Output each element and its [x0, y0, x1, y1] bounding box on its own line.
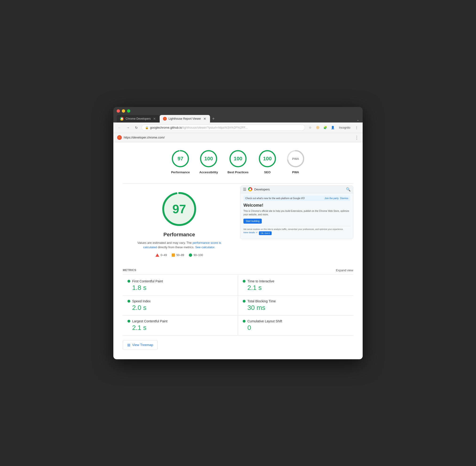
tab-lighthouse-viewer-close[interactable]: ✕ [203, 117, 207, 121]
address-bar[interactable]: 🔒 googlechrome.github.io/lighthouse/view… [142, 124, 305, 131]
refresh-button[interactable]: ↻ [133, 124, 140, 131]
screenshot-panel: ☰ Developers 🔍 Check out what's new for … [240, 186, 353, 239]
screenshot-ok-btn[interactable]: Ok, Got it [259, 231, 272, 235]
legend-item-high: 90–100 [189, 254, 203, 257]
tab-lighthouse-viewer[interactable]: 🔆 Lighthouse Report Viewer ✕ [160, 115, 210, 122]
metric-name-row-tti: Time to Interactive [243, 279, 348, 283]
metric-item-cls: Cumulative Layout Shift 0 [238, 315, 353, 336]
score-num-performance: 97 [178, 156, 183, 162]
screenshot-banner-buttons: Join the party Dismiss [324, 197, 348, 200]
performance-title: Performance [164, 232, 195, 238]
view-treemap-button[interactable]: ⊞ View Treemap [123, 340, 158, 350]
tab-chrome-developers-close[interactable]: ✕ [153, 117, 156, 121]
forward-button[interactable]: → [125, 124, 131, 131]
metric-dot-lcp [128, 320, 130, 323]
info-bar-icon: 🔆 [117, 135, 122, 140]
perf-left: 97 Performance Values are estimated and … [123, 186, 236, 261]
address-url: googlechrome.github.io/lighthouse/viewer… [150, 126, 248, 129]
info-bar-more[interactable]: ⋮ [355, 135, 359, 140]
score-item-pwa: PWA PWA [286, 149, 305, 174]
metric-dot-tbt [243, 300, 246, 303]
score-label-accessibility: Accessibility [199, 170, 218, 174]
tab-lighthouse-viewer-label: Lighthouse Report Viewer [169, 117, 201, 120]
traffic-lights [117, 109, 359, 113]
metric-value-si: 2.0 s [128, 304, 233, 312]
perf-desc-text2: directly from these metrics. [158, 245, 194, 249]
score-legend: 0–49 50–89 90–100 [155, 254, 203, 257]
browser-window: Chrome Developers ✕ 🔆 Lighthouse Report … [113, 107, 363, 359]
metric-name-row-fcp: First Contentful Paint [128, 279, 233, 283]
legend-item-mid: 50–89 [172, 254, 184, 257]
screenshot-banner: Check out what's new for the web platfor… [243, 196, 350, 201]
divider [123, 183, 353, 184]
score-item-seo: 100 SEO [258, 149, 277, 174]
screenshot-cookie-buttons: More details ↗ Ok, Got it [243, 231, 350, 235]
perf-calculator-link[interactable]: See calculator. [195, 245, 215, 249]
profile-icon[interactable]: 👤 [330, 124, 336, 131]
metric-name-si: Speed Index [132, 299, 151, 303]
screenshot-search-icon: 🔍 [346, 187, 351, 192]
maximize-button[interactable] [127, 109, 130, 113]
screenshot-more-details-btn[interactable]: More details ↗ [243, 231, 258, 235]
puzzle-icon[interactable]: 🧩 [322, 124, 329, 131]
performance-detail: 97 Performance Values are estimated and … [123, 186, 353, 261]
address-path: /lighthouse/viewer/?psiurl=https%3A%2F%2… [182, 126, 248, 129]
treemap-icon: ⊞ [127, 343, 130, 347]
screenshot-cookie-bar: We serve cookies on this site to analyze… [243, 226, 350, 235]
new-tab-button[interactable]: + [210, 116, 217, 122]
score-num-best-practices: 100 [234, 156, 242, 162]
screenshot-welcome: Welcome! [243, 203, 350, 208]
star-button[interactable]: ☆ [307, 124, 313, 131]
metric-dot-si [128, 300, 130, 303]
metric-name-row-tbt: Total Blocking Time [243, 299, 348, 303]
main-content: 97 Performance 100 Accessibility [113, 142, 363, 359]
chrome-icon [120, 117, 124, 121]
legend-item-low: 0–49 [155, 254, 167, 257]
score-num-accessibility: 100 [204, 156, 213, 162]
metric-item-tti: Time to Interactive 2.1 s [238, 276, 353, 296]
nav-actions: ☆ 🔆 🧩 👤 Incognito ⋮ [307, 124, 360, 131]
metric-item-fcp: First Contentful Paint 1.8 s [123, 276, 238, 296]
score-circle-performance: 97 [171, 149, 190, 168]
metric-value-tti: 2.1 s [243, 284, 348, 291]
metric-name-cls: Cumulative Layout Shift [247, 319, 282, 323]
legend-triangle-icon [155, 254, 159, 257]
score-label-performance: Performance [171, 170, 190, 174]
treemap-label: View Treemap [132, 343, 153, 347]
metric-value-tbt: 30 ms [243, 304, 348, 312]
legend-dot-icon [189, 254, 192, 257]
metric-item-lcp: Largest Contentful Paint 2.1 s [123, 315, 238, 336]
metric-value-lcp: 2.1 s [128, 324, 233, 332]
metric-name-lcp: Largest Contentful Paint [132, 319, 167, 323]
perf-desc-text1: Values are estimated and may vary. The [137, 241, 192, 245]
metrics-header: METRICS Expand view [123, 268, 353, 275]
expand-view-button[interactable]: Expand view [336, 268, 353, 272]
metric-name-tbt: Total Blocking Time [247, 299, 276, 303]
metric-dot-tti [243, 280, 246, 283]
score-item-performance: 97 Performance [171, 149, 190, 174]
extension-icon[interactable]: 🔆 [314, 124, 321, 131]
score-label-pwa: PWA [292, 170, 299, 174]
lock-icon: 🔒 [145, 126, 149, 129]
score-circle-best-practices: 100 [229, 149, 247, 168]
info-bar-url: https://developer.chrome.com/ [124, 136, 165, 139]
screenshot-join-party-btn[interactable]: Join the party [324, 197, 339, 200]
screenshot-body-text: This is Chrome's official site to help y… [243, 209, 350, 216]
close-button[interactable] [117, 109, 120, 113]
screenshot-start-btn[interactable]: Start building [243, 219, 262, 224]
incognito-badge[interactable]: Incognito [337, 125, 352, 130]
screenshot-dismiss-btn[interactable]: Dismiss [340, 197, 348, 200]
legend-range-high: 90–100 [193, 254, 203, 257]
metric-dot-fcp [128, 280, 130, 283]
back-button[interactable]: ← [116, 124, 123, 131]
more-options-button[interactable]: ⋮ [353, 124, 360, 131]
metric-name-fcp: First Contentful Paint [132, 279, 163, 283]
tabs-chevron[interactable]: ⌄ [357, 118, 359, 122]
score-item-best-practices: 100 Best Practices [227, 149, 249, 174]
metric-item-tbt: Total Blocking Time 30 ms [238, 296, 353, 315]
metrics-grid: First Contentful Paint 1.8 s Time to Int… [123, 276, 353, 336]
metric-name-tti: Time to Interactive [247, 279, 274, 283]
tab-chrome-developers[interactable]: Chrome Developers ✕ [117, 115, 160, 122]
screenshot-menu-icon: ☰ [243, 187, 246, 192]
minimize-button[interactable] [122, 109, 125, 113]
